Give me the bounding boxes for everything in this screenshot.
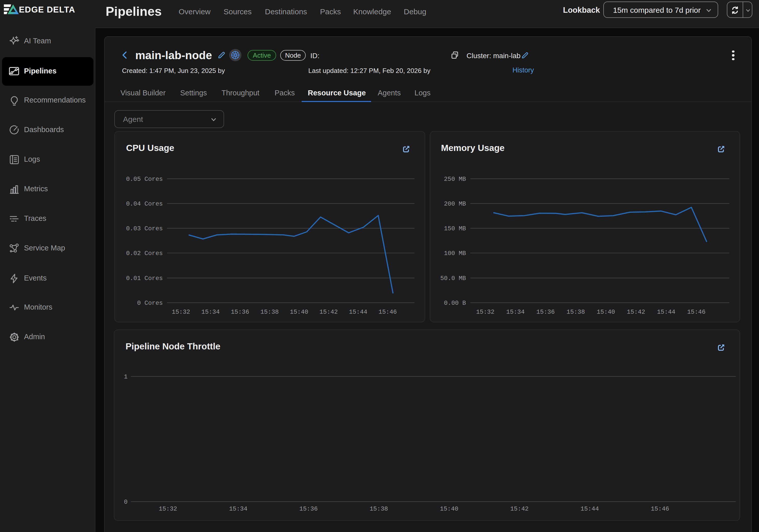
svg-text:0 Cores: 0 Cores — [137, 300, 163, 307]
svg-text:15:36: 15:36 — [231, 309, 249, 316]
svg-text:15:46: 15:46 — [651, 506, 669, 513]
svg-text:50.0 MB: 50.0 MB — [440, 275, 466, 282]
svg-text:15:38: 15:38 — [260, 309, 279, 316]
svg-text:15:38: 15:38 — [567, 309, 585, 316]
svg-text:250 MB: 250 MB — [444, 176, 466, 183]
svg-text:0: 0 — [124, 499, 128, 506]
svg-text:0.02 Cores: 0.02 Cores — [126, 250, 163, 257]
svg-text:15:34: 15:34 — [201, 309, 220, 316]
svg-text:15:46: 15:46 — [687, 309, 705, 316]
svg-text:15:44: 15:44 — [657, 309, 675, 316]
svg-text:15:42: 15:42 — [320, 309, 338, 316]
svg-text:15:32: 15:32 — [476, 309, 494, 316]
svg-text:15:40: 15:40 — [290, 309, 308, 316]
svg-text:15:34: 15:34 — [229, 506, 247, 513]
svg-text:15:32: 15:32 — [172, 309, 190, 316]
svg-text:15:36: 15:36 — [537, 309, 555, 316]
svg-text:200 MB: 200 MB — [444, 201, 466, 207]
svg-text:15:40: 15:40 — [597, 309, 615, 316]
svg-text:15:34: 15:34 — [506, 309, 525, 316]
svg-text:15:32: 15:32 — [159, 506, 177, 513]
svg-text:15:44: 15:44 — [580, 506, 599, 513]
svg-text:0.00 B: 0.00 B — [444, 300, 466, 307]
svg-text:0.05 Cores: 0.05 Cores — [126, 176, 163, 183]
svg-text:15:38: 15:38 — [370, 506, 388, 513]
svg-text:0.01 Cores: 0.01 Cores — [126, 275, 163, 282]
svg-text:15:42: 15:42 — [510, 506, 529, 513]
svg-text:15:44: 15:44 — [349, 309, 367, 316]
svg-text:0.03 Cores: 0.03 Cores — [126, 225, 163, 232]
svg-text:100 MB: 100 MB — [444, 250, 466, 257]
svg-text:15:42: 15:42 — [627, 309, 645, 316]
svg-text:15:46: 15:46 — [379, 309, 397, 316]
svg-text:EDGE DELTA: EDGE DELTA — [19, 5, 75, 14]
svg-text:15:40: 15:40 — [440, 506, 459, 513]
svg-text:150 MB: 150 MB — [444, 225, 466, 232]
svg-text:1: 1 — [124, 373, 128, 380]
svg-text:0.04 Cores: 0.04 Cores — [126, 201, 163, 207]
svg-text:15:36: 15:36 — [300, 506, 318, 513]
